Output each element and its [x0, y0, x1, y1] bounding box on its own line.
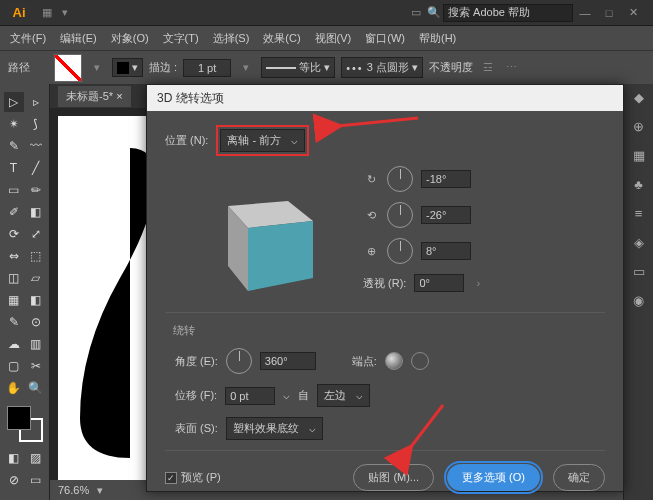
libraries-panel-icon[interactable]: ▭	[633, 264, 645, 279]
menu-view[interactable]: 视图(V)	[309, 28, 358, 49]
surface-select[interactable]: 塑料效果底纹⌵	[226, 417, 323, 440]
selection-tool[interactable]: ▷	[4, 92, 24, 112]
wand-tool[interactable]: ✴	[4, 114, 24, 134]
mesh-tool[interactable]: ▦	[4, 290, 24, 310]
panel-icon[interactable]: ◆	[634, 90, 644, 105]
shaper-tool[interactable]: ✐	[4, 202, 24, 222]
menu-effect[interactable]: 效果(C)	[257, 28, 306, 49]
scale-tool[interactable]: ⤢	[26, 224, 46, 244]
layers-panel-icon[interactable]: ◈	[634, 235, 644, 250]
gradient-tool[interactable]: ◧	[26, 290, 46, 310]
opacity-label[interactable]: 不透明度	[429, 60, 473, 75]
x-dial[interactable]	[387, 166, 413, 192]
preview-checkbox[interactable]: ✓预览 (P)	[165, 470, 221, 485]
svg-marker-2	[248, 221, 313, 291]
dash-label: 3 点圆形	[367, 60, 409, 75]
menu-object[interactable]: 对象(O)	[105, 28, 155, 49]
perspective-input[interactable]: 0°	[414, 274, 464, 292]
more-icon[interactable]: ⋯	[503, 61, 521, 74]
sync-icon[interactable]: ▭	[407, 6, 425, 19]
close-button[interactable]: ✕	[621, 6, 645, 19]
fill-swatch[interactable]	[54, 54, 82, 82]
offset-edge-value: 左边	[324, 388, 346, 403]
arrange-icon[interactable]: ▾	[56, 6, 74, 19]
menu-help[interactable]: 帮助(H)	[413, 28, 462, 49]
appearance-panel-icon[interactable]: ◉	[633, 293, 644, 308]
type-tool[interactable]: T	[4, 158, 24, 178]
suit-icon[interactable]: ♣	[634, 177, 643, 192]
gradient-mode[interactable]: ▨	[26, 448, 46, 468]
bridge-icon[interactable]: ▦	[38, 6, 56, 19]
artboard-tool[interactable]: ▢	[4, 356, 24, 376]
graph-tool[interactable]: ▥	[26, 334, 46, 354]
minimize-button[interactable]: —	[573, 7, 597, 19]
angle-dial[interactable]	[226, 348, 252, 374]
ok-button[interactable]: 确定	[553, 464, 605, 491]
y-angle-input[interactable]: -26°	[421, 206, 471, 224]
color-panel-icon[interactable]: ⊕	[633, 119, 644, 134]
blend-tool[interactable]: ⊙	[26, 312, 46, 332]
curvature-tool[interactable]: 〰	[26, 136, 46, 156]
position-select[interactable]: 离轴 - 前方 ⌵	[220, 129, 305, 152]
pen-tool[interactable]: ✎	[4, 136, 24, 156]
stroke-weight-input[interactable]: 1 pt	[183, 59, 231, 77]
chevron-down-icon[interactable]: ▾	[237, 61, 255, 74]
stroke-panel-icon[interactable]: ≡	[635, 206, 643, 221]
toolbar: ▷▹ ✴⟆ ✎〰 T╱ ▭✏ ✐◧ ⟳⤢ ⇔⬚ ◫▱ ▦◧ ✎⊙ ☁▥ ▢✂ ✋…	[0, 84, 50, 500]
brush-tool[interactable]: ✏	[26, 180, 46, 200]
menu-type[interactable]: 文字(T)	[157, 28, 205, 49]
slice-tool[interactable]: ✂	[26, 356, 46, 376]
fill-color[interactable]	[7, 406, 31, 430]
tab-label: 未标题-5*	[66, 90, 116, 102]
maximize-button[interactable]: □	[597, 7, 621, 19]
stepper-icon[interactable]: ›	[476, 277, 480, 289]
menu-select[interactable]: 选择(S)	[207, 28, 256, 49]
direct-select-tool[interactable]: ▹	[26, 92, 46, 112]
menu-window[interactable]: 窗口(W)	[359, 28, 411, 49]
hand-tool[interactable]: ✋	[4, 378, 24, 398]
cap-off-icon[interactable]	[411, 352, 429, 370]
chevron-down-icon: ⌵	[291, 134, 298, 147]
z-dial[interactable]	[387, 238, 413, 264]
zoom-level[interactable]: 76.6%	[58, 484, 89, 496]
style-icon[interactable]: ☲	[479, 61, 497, 74]
angle-input[interactable]: 360°	[260, 352, 316, 370]
free-transform-tool[interactable]: ⬚	[26, 246, 46, 266]
chevron-down-icon[interactable]: ⌵	[283, 389, 290, 402]
map-art-button[interactable]: 贴图 (M)...	[353, 464, 434, 491]
menu-file[interactable]: 文件(F)	[4, 28, 52, 49]
zoom-tool[interactable]: 🔍	[26, 378, 46, 398]
stroke-swatch[interactable]: ▾	[112, 58, 143, 77]
brush-select[interactable]: •••3 点圆形▾	[341, 57, 423, 78]
y-dial[interactable]	[387, 202, 413, 228]
z-angle-input[interactable]: 8°	[421, 242, 471, 260]
width-tool[interactable]: ⇔	[4, 246, 24, 266]
rect-tool[interactable]: ▭	[4, 180, 24, 200]
search-icon[interactable]: 🔍	[425, 6, 443, 19]
swatches-panel-icon[interactable]: ▦	[633, 148, 645, 163]
profile-select[interactable]: 等比▾	[261, 57, 335, 78]
fill-stroke-control[interactable]	[7, 406, 43, 442]
lasso-tool[interactable]: ⟆	[26, 114, 46, 134]
document-tab[interactable]: 未标题-5* ×	[58, 86, 131, 107]
none-mode[interactable]: ⊘	[4, 470, 24, 490]
screen-mode[interactable]: ▭	[26, 470, 46, 490]
eraser-tool[interactable]: ◧	[26, 202, 46, 222]
offset-edge-select[interactable]: 左边⌵	[317, 384, 370, 407]
symbol-tool[interactable]: ☁	[4, 334, 24, 354]
more-options-button[interactable]: 更多选项 (O)	[447, 464, 540, 491]
chevron-down-icon[interactable]: ▾	[88, 61, 106, 74]
search-input[interactable]: 搜索 Adobe 帮助	[443, 4, 573, 22]
3d-preview[interactable]	[193, 166, 333, 296]
menu-edit[interactable]: 编辑(E)	[54, 28, 103, 49]
eyedropper-tool[interactable]: ✎	[4, 312, 24, 332]
color-mode[interactable]: ◧	[4, 448, 24, 468]
x-angle-input[interactable]: -18°	[421, 170, 471, 188]
shape-builder-tool[interactable]: ◫	[4, 268, 24, 288]
offset-input[interactable]: 0 pt	[225, 387, 275, 405]
cap-on-icon[interactable]	[385, 352, 403, 370]
line-tool[interactable]: ╱	[26, 158, 46, 178]
perspective-label: 透视 (R):	[363, 276, 406, 291]
rotate-tool[interactable]: ⟳	[4, 224, 24, 244]
perspective-tool[interactable]: ▱	[26, 268, 46, 288]
